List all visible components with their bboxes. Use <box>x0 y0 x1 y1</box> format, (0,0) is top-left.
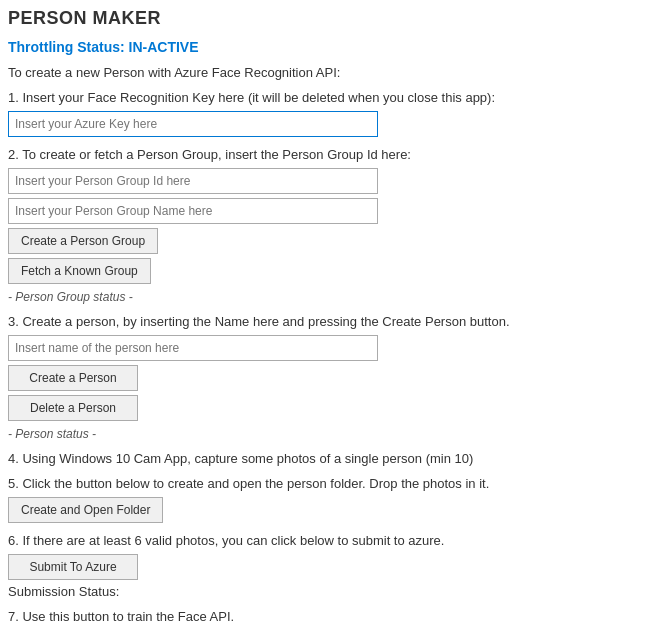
azure-key-input[interactable] <box>8 111 378 137</box>
create-person-group-button[interactable]: Create a Person Group <box>8 228 158 254</box>
step1-label: 1. Insert your Face Recognition Key here… <box>8 90 655 105</box>
person-group-status: - Person Group status - <box>8 290 655 304</box>
create-open-folder-button[interactable]: Create and Open Folder <box>8 497 163 523</box>
person-name-input[interactable] <box>8 335 378 361</box>
person-group-name-input[interactable] <box>8 198 378 224</box>
step2-label: 2. To create or fetch a Person Group, in… <box>8 147 655 162</box>
throttle-status: Throttling Status: IN-ACTIVE <box>8 39 655 55</box>
app-title: PERSON MAKER <box>8 8 655 29</box>
person-group-id-input[interactable] <box>8 168 378 194</box>
step7-label: 7. Use this button to train the Face API… <box>8 609 655 624</box>
submit-to-azure-button[interactable]: Submit To Azure <box>8 554 138 580</box>
step5-label: 5. Click the button below to create and … <box>8 476 655 491</box>
fetch-known-group-button[interactable]: Fetch a Known Group <box>8 258 151 284</box>
person-status: - Person status - <box>8 427 655 441</box>
step6-label: 6. If there are at least 6 valid photos,… <box>8 533 655 548</box>
intro-text: To create a new Person with Azure Face R… <box>8 65 655 80</box>
step3-label: 3. Create a person, by inserting the Nam… <box>8 314 655 329</box>
submission-status-label-6: Submission Status: <box>8 584 655 599</box>
delete-person-button[interactable]: Delete a Person <box>8 395 138 421</box>
create-person-button[interactable]: Create a Person <box>8 365 138 391</box>
step4-label: 4. Using Windows 10 Cam App, capture som… <box>8 451 655 466</box>
